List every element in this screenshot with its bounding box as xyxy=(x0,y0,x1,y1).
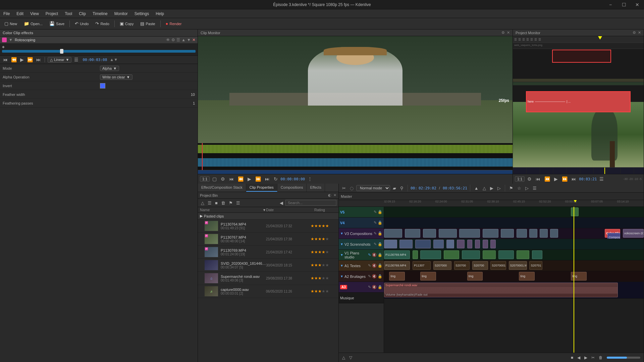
v2-expand-icon[interactable]: ▼ xyxy=(340,242,343,246)
tl-insert-button[interactable]: ▶ xyxy=(489,185,495,191)
monitor-skip-start-button[interactable]: ⏮ xyxy=(228,176,235,182)
clip-v2-9[interactable] xyxy=(490,240,495,248)
a2-mute-icon[interactable]: 🔇 xyxy=(372,274,377,279)
bin-item-3[interactable]: SVID_20200430_181446.mp4 00:00:34:07 [5]… xyxy=(198,259,338,272)
maximize-button[interactable]: ☐ xyxy=(617,0,631,9)
menu-help[interactable]: Help xyxy=(152,9,167,18)
a3-mute-icon[interactable]: 🔇 xyxy=(372,285,377,289)
clip-v1-8[interactable] xyxy=(532,250,542,259)
tl-group-button[interactable]: ⚲ xyxy=(399,185,405,191)
clip-ting-0[interactable]: ting xyxy=(389,272,405,281)
clip-v3-4[interactable] xyxy=(459,229,480,238)
menu-settings[interactable]: Settings xyxy=(131,9,152,18)
a1-edit-icon[interactable]: ✎ xyxy=(368,263,371,268)
clip-v1-3[interactable] xyxy=(444,250,459,259)
bin-item-5[interactable]: ♬ capture0000.wav 00:00:03:01 [2] 06/05/… xyxy=(198,285,338,298)
tl-extract-button[interactable]: △ xyxy=(481,185,487,191)
clip-v3-3[interactable] xyxy=(439,229,457,238)
pb-more-button[interactable]: ☰ xyxy=(235,200,241,206)
clip-v2-5[interactable] xyxy=(457,240,465,248)
bin-item-rating-5[interactable]: ★★★★★ xyxy=(303,289,336,294)
col-name-header[interactable]: Name xyxy=(200,208,263,212)
clip-v2-0[interactable] xyxy=(384,240,397,248)
v2-edit-icon[interactable]: ✎ xyxy=(374,242,377,246)
a1-expand-icon[interactable]: ▼ xyxy=(340,264,343,267)
open-button[interactable]: 📁 Open... xyxy=(21,20,46,27)
kf-prev-button[interactable]: ⏪ xyxy=(10,57,18,63)
effect-visible-icon[interactable]: 👁 xyxy=(166,38,170,42)
mode-selector[interactable]: Alpha ▼ xyxy=(100,66,119,71)
pm-skip-start-button[interactable]: ⏮ xyxy=(534,176,542,182)
tb-zoom-all-button[interactable]: ■ xyxy=(570,355,575,361)
a1-mute-icon[interactable]: 🔇 xyxy=(372,263,377,268)
v1-lock-icon[interactable]: 🔒 xyxy=(378,253,382,257)
clip-v3-2[interactable] xyxy=(423,229,436,238)
bin-item-rating-1[interactable]: ★★★★★ xyxy=(303,237,336,241)
keyframe-cycle-icon[interactable]: ▲▼ xyxy=(110,57,118,62)
bin-item-4[interactable]: ♫ Supermarché rondi.wav 00:01:49:06 [3] … xyxy=(198,272,338,285)
track-v3[interactable]: Color Clip Composite vokoscreen-2020-05-… xyxy=(384,228,644,239)
a2-edit-icon[interactable]: ✎ xyxy=(368,274,371,279)
bin-item-2[interactable]: P P1130769.MP4 00:01:24:00 [19] 21/04/20… xyxy=(198,246,338,259)
a3-edit-icon[interactable]: ✎ xyxy=(368,285,371,289)
menu-edit[interactable]: Edit xyxy=(13,9,27,18)
v1-mute-icon[interactable]: 🔇 xyxy=(372,253,377,257)
clip-v3-8[interactable] xyxy=(529,229,537,238)
bin-item-1[interactable]: P P1130767.MP4 00:00:48:00 [14] 21/04/20… xyxy=(198,233,338,246)
render-button[interactable]: ● Render xyxy=(163,20,185,27)
v4-lock-icon[interactable]: 🔒 xyxy=(378,221,382,225)
project-bin-filter-icon[interactable]: ◐ xyxy=(328,193,331,197)
clip-v3-6[interactable] xyxy=(501,229,514,238)
clip-v1-p1130769[interactable]: P1130769.MP4 xyxy=(384,250,410,259)
clip-v2-8[interactable] xyxy=(483,240,488,248)
pb-delete-button[interactable]: 🗑 xyxy=(220,200,226,206)
v1-expand-icon[interactable]: ▼ xyxy=(340,253,343,257)
kf-list-button[interactable]: ☰ xyxy=(74,57,78,62)
clip-v3-5[interactable] xyxy=(483,229,498,238)
bin-item-rating-3[interactable]: ★★★★★ xyxy=(303,263,336,267)
clip-v3-9[interactable] xyxy=(540,229,547,238)
clip-v1-7[interactable] xyxy=(517,250,530,259)
tl-star-button[interactable]: ☆ xyxy=(516,185,523,191)
bin-item-rating-2[interactable]: ★★★★★ xyxy=(303,250,336,254)
track-a2[interactable]: ting ting ting ting ting xyxy=(384,271,644,282)
menu-clip[interactable]: Clip xyxy=(75,9,89,18)
effect-settings-icon[interactable]: ⚙ xyxy=(171,38,175,42)
v3-lock-icon[interactable]: 🔒 xyxy=(378,231,382,236)
pb-filter-button[interactable]: ◀ xyxy=(279,200,284,206)
pm-next-frame-button[interactable]: ⏩ xyxy=(560,176,569,182)
clip-a1-s2070001-mp4[interactable]: S2070001.MP4 xyxy=(509,261,527,270)
project-monitor-settings-icon[interactable]: ⚙ xyxy=(633,31,636,35)
clip-ting-2[interactable]: ting xyxy=(467,272,483,281)
project-bin-close-icon[interactable]: ✕ xyxy=(333,193,336,197)
minimize-button[interactable]: − xyxy=(604,0,617,9)
a3-lock-icon[interactable]: 🔒 xyxy=(378,285,382,289)
save-button[interactable]: 💾 Save xyxy=(46,20,67,27)
clip-a1-p1130769[interactable]: P1130769.MP4 xyxy=(384,261,410,270)
kf-add-button[interactable]: ▶ xyxy=(19,57,25,63)
tab-effects[interactable]: Effects xyxy=(307,184,325,192)
pm-play-button[interactable]: ▶ xyxy=(553,176,559,182)
tb-zoom-slider[interactable] xyxy=(607,357,640,359)
v4-edit-icon[interactable]: ✎ xyxy=(374,221,377,225)
v3-expand-icon[interactable]: ▼ xyxy=(340,232,343,235)
tb-next-marker-button[interactable]: ▶ xyxy=(583,355,589,361)
col-rating-header[interactable]: Rating xyxy=(303,208,336,212)
pm-config-button[interactable]: ⚙ xyxy=(526,176,533,182)
clip-v1-6[interactable] xyxy=(498,250,514,259)
bin-item-rating-0[interactable]: ★★★★★ xyxy=(303,224,336,228)
clip-a1-s207000[interactable]: S207000 xyxy=(433,261,451,270)
clip-v2-4[interactable] xyxy=(446,240,454,248)
monitor-play-button[interactable]: ▶ xyxy=(246,176,253,182)
clip-a1-s2070001[interactable]: S2070001 xyxy=(490,261,506,270)
effect-toggle[interactable] xyxy=(2,38,7,42)
menu-monitor[interactable]: Monitor xyxy=(111,9,131,18)
keyframe-track[interactable] xyxy=(2,50,196,53)
clip-a1-s20701[interactable]: S20701 xyxy=(529,261,542,270)
close-button[interactable]: ✕ xyxy=(631,0,644,9)
monitor-skip-end-button[interactable]: ⏭ xyxy=(264,176,271,182)
monitor-prev-frame-button[interactable]: ⏪ xyxy=(236,176,245,182)
clip-a1-p11307[interactable]: P11307 xyxy=(413,261,431,270)
clip-v3-1[interactable] xyxy=(405,229,420,238)
bin-item-0[interactable]: P P1130764.MP4 00:01:49:23 [91] 21/04/20… xyxy=(198,220,338,233)
